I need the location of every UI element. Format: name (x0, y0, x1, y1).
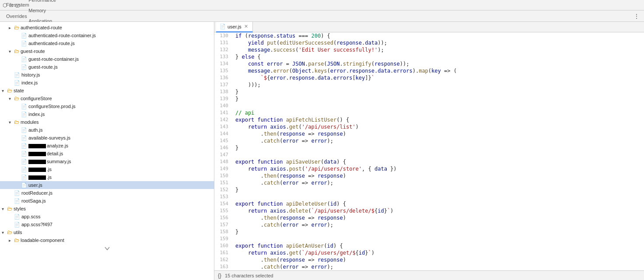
tree-item[interactable]: ▾🗁guest-route (0, 47, 214, 55)
folder-icon: 🗁 (7, 229, 12, 235)
file-icon: 📄 (14, 214, 20, 220)
file-tree: ▸🗁authenticated-route📄authenticated-rout… (0, 22, 214, 246)
tree-label: analyze.js (28, 143, 68, 148)
line-number: 130 (214, 32, 232, 39)
tree-label: state (14, 88, 24, 93)
tree-item[interactable]: 📄available-surveys.js (0, 134, 214, 142)
code-line: 146} (214, 144, 644, 151)
tree-item[interactable]: 📄.js (0, 173, 214, 181)
line-content: .then(response => response) (232, 130, 346, 137)
scroll-down-indicator[interactable] (0, 246, 214, 251)
code-line: 157 .catch(error => error); (214, 221, 644, 228)
tree-item[interactable]: 📄detail.js (0, 150, 214, 158)
tree-item[interactable]: ▸🗁loadable-component (0, 236, 214, 244)
code-line: 139} (214, 95, 644, 102)
code-line: 133} else { (214, 53, 644, 60)
line-number: 157 (214, 221, 232, 228)
line-content: // api (232, 109, 254, 116)
code-line: 131 yield put(editUserSuccessed(response… (214, 39, 644, 46)
file-icon: 📄 (21, 33, 27, 38)
tree-item[interactable]: ▾🗁configureStore (0, 94, 214, 102)
tree-item[interactable]: 📄rootSaga.js (0, 197, 214, 205)
code-line: 147 (214, 151, 644, 158)
line-content (232, 193, 235, 200)
tree-item[interactable]: 📄index.js (0, 79, 214, 87)
tree-label: configureStore (21, 96, 52, 101)
tree-label: available-surveys.js (28, 135, 70, 140)
tree-item[interactable]: 📄app.scss?f497 (0, 220, 214, 228)
tree-item[interactable]: 📄guest-route.js (0, 63, 214, 71)
tree-label: index.js (28, 112, 45, 117)
tree-item[interactable]: 📄analyze.js (0, 142, 214, 150)
line-content: } (232, 144, 238, 151)
line-content: message.success('Edit User successfully!… (232, 46, 384, 53)
line-number: 136 (214, 74, 232, 81)
file-icon: 📄 (21, 143, 27, 149)
file-tab-label: user.js (228, 24, 242, 29)
tree-item[interactable]: ▾🗁utils (0, 228, 214, 236)
code-editor[interactable]: 130if (response.status === 200) {131 yie… (214, 32, 644, 270)
tree-item[interactable]: 📄rootReducer.js (0, 189, 214, 197)
file-icon: 📄 (21, 175, 27, 180)
line-number: 144 (214, 130, 232, 137)
tree-label: authenticated-route.js (28, 41, 75, 46)
line-content: export function apiGetAnUser(id) { (232, 242, 343, 249)
line-content: } (232, 228, 238, 235)
code-line: 148export function apiSaveUser(data) { (214, 158, 644, 165)
tree-item[interactable]: 📄.js (0, 165, 214, 173)
second-tab-filesystem[interactable]: Filesystem (2, 0, 42, 10)
line-number: 139 (214, 95, 232, 102)
line-content: .then(response => response) (232, 214, 346, 221)
second-tab-overrides[interactable]: Overrides (2, 10, 42, 22)
tree-item[interactable]: 📄authenticated-route.js (0, 39, 214, 47)
tree-item[interactable]: 📄app.scss (0, 213, 214, 220)
tree-label: modules (21, 119, 39, 125)
line-content: .catch(error => error); (232, 137, 333, 144)
line-content: .then(response => response) (232, 172, 346, 179)
tree-item[interactable]: 📄auth.js (0, 126, 214, 134)
line-number: 163 (214, 263, 232, 270)
code-line: 149 return axios.post('/api/users/store'… (214, 165, 644, 172)
line-number: 152 (214, 186, 232, 193)
file-tab-close[interactable]: ✕ (243, 24, 249, 29)
folder-icon: 🗁 (14, 119, 19, 125)
tree-label: loadable-component (21, 238, 64, 243)
redaction-bar (28, 144, 46, 148)
line-number: 133 (214, 53, 232, 60)
tree-item[interactable]: 📄history.js (0, 71, 214, 79)
file-icon: 📄 (14, 80, 20, 86)
folder-icon: 🗁 (14, 24, 19, 31)
tree-label: detail.js (28, 151, 63, 156)
tree-item[interactable]: 📄configureStore.prod.js (0, 102, 214, 110)
tree-item[interactable]: 📄guest-route-container.js (0, 55, 214, 63)
line-content: if (response.status === 200) { (232, 32, 330, 39)
line-number: 131 (214, 39, 232, 46)
tree-label: authenticated-route-container.js (28, 33, 96, 38)
code-line: 151 .catch(error => error); (214, 179, 644, 186)
tree-item[interactable]: ▾🗁modules (0, 118, 214, 126)
tree-item[interactable]: 📄summary.js (0, 158, 214, 165)
tree-item[interactable]: ▾🗁state (0, 87, 214, 94)
line-number: 156 (214, 214, 232, 221)
line-content (232, 151, 235, 158)
tree-item[interactable]: 📄user.js (0, 181, 214, 189)
line-number: 145 (214, 137, 232, 144)
tree-item[interactable]: ▸🗁authenticated-route (0, 24, 214, 32)
folder-icon: 🗁 (7, 206, 12, 212)
file-icon: 📄 (21, 167, 27, 172)
code-line: 162 .then(response => response) (214, 256, 644, 263)
more-button[interactable]: ⋮ (631, 13, 642, 20)
line-content: `${error.response.data.errors[key]}` (232, 74, 374, 81)
tree-label: guest-route-container.js (28, 56, 79, 62)
tree-arrow: ▸ (9, 238, 14, 243)
line-content: .catch(error => error); (232, 179, 333, 186)
tree-item[interactable]: 📄index.js (0, 110, 214, 118)
code-line: 145 .catch(error => error); (214, 137, 644, 144)
tree-item[interactable]: ▾🗁styles (0, 205, 214, 213)
code-line: 159 (214, 235, 644, 242)
tree-label: app.scss (21, 214, 40, 219)
file-icon: 📄 (14, 222, 20, 228)
tree-item[interactable]: 📄authenticated-route-container.js (0, 32, 214, 39)
file-tab-user-js[interactable]: 📄 user.js ✕ (216, 22, 253, 32)
line-number: 146 (214, 144, 232, 151)
